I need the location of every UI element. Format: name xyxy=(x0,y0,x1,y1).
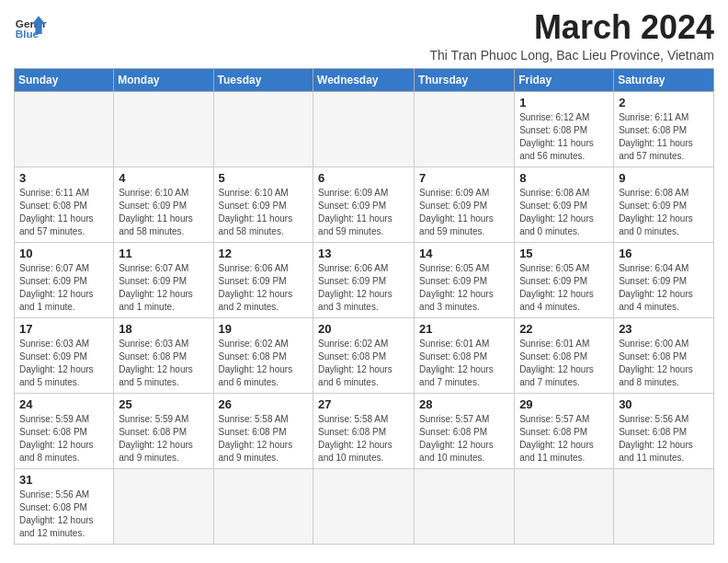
calendar-cell xyxy=(313,468,415,544)
calendar-cell xyxy=(114,91,213,167)
day-info: Sunrise: 6:05 AM Sunset: 6:09 PM Dayligh… xyxy=(519,262,609,314)
day-number: 13 xyxy=(318,247,409,260)
day-number: 5 xyxy=(219,171,309,185)
day-number: 18 xyxy=(119,322,208,336)
day-number: 6 xyxy=(318,171,409,185)
day-header-friday: Friday xyxy=(515,68,614,91)
day-number: 3 xyxy=(19,171,108,185)
day-number: 28 xyxy=(419,397,509,411)
calendar-cell: 30Sunrise: 5:56 AM Sunset: 6:08 PM Dayli… xyxy=(614,393,714,468)
calendar-cell: 24Sunrise: 5:59 AM Sunset: 6:08 PM Dayli… xyxy=(15,393,114,468)
calendar-week-row: 17Sunrise: 6:03 AM Sunset: 6:09 PM Dayli… xyxy=(15,317,714,393)
day-info: Sunrise: 5:56 AM Sunset: 6:08 PM Dayligh… xyxy=(19,488,108,540)
calendar-cell: 3Sunrise: 6:11 AM Sunset: 6:08 PM Daylig… xyxy=(15,167,114,242)
day-number: 17 xyxy=(19,322,108,336)
title-area: March 2024 Thi Tran Phuoc Long, Bac Lieu… xyxy=(430,9,714,63)
calendar-cell: 19Sunrise: 6:02 AM Sunset: 6:08 PM Dayli… xyxy=(213,317,313,393)
calendar-cell: 29Sunrise: 5:57 AM Sunset: 6:08 PM Dayli… xyxy=(515,393,614,468)
calendar-cell: 6Sunrise: 6:09 AM Sunset: 6:09 PM Daylig… xyxy=(313,167,415,242)
calendar-cell: 20Sunrise: 6:02 AM Sunset: 6:08 PM Dayli… xyxy=(313,317,415,393)
day-number: 9 xyxy=(619,171,709,185)
day-info: Sunrise: 5:58 AM Sunset: 6:08 PM Dayligh… xyxy=(219,413,309,465)
calendar-cell: 21Sunrise: 6:01 AM Sunset: 6:08 PM Dayli… xyxy=(415,317,515,393)
calendar-cell: 2Sunrise: 6:11 AM Sunset: 6:08 PM Daylig… xyxy=(614,91,714,167)
day-info: Sunrise: 6:01 AM Sunset: 6:08 PM Dayligh… xyxy=(419,338,509,389)
day-number: 7 xyxy=(419,171,509,185)
calendar-cell xyxy=(415,91,515,167)
calendar-week-row: 10Sunrise: 6:07 AM Sunset: 6:09 PM Dayli… xyxy=(15,242,714,317)
day-info: Sunrise: 6:11 AM Sunset: 6:08 PM Dayligh… xyxy=(19,187,108,238)
logo-icon: General Blue xyxy=(14,9,47,42)
day-info: Sunrise: 6:09 AM Sunset: 6:09 PM Dayligh… xyxy=(318,187,409,238)
day-info: Sunrise: 6:08 AM Sunset: 6:09 PM Dayligh… xyxy=(619,187,709,238)
month-title: March 2024 xyxy=(430,9,714,46)
day-number: 22 xyxy=(519,322,609,336)
day-number: 24 xyxy=(19,397,108,411)
calendar-cell: 11Sunrise: 6:07 AM Sunset: 6:09 PM Dayli… xyxy=(114,242,213,317)
calendar-cell xyxy=(415,468,515,544)
calendar-cell: 28Sunrise: 5:57 AM Sunset: 6:08 PM Dayli… xyxy=(415,393,515,468)
calendar-cell xyxy=(213,468,313,544)
day-info: Sunrise: 6:04 AM Sunset: 6:09 PM Dayligh… xyxy=(619,262,709,314)
calendar-cell: 25Sunrise: 5:59 AM Sunset: 6:08 PM Dayli… xyxy=(114,393,213,468)
calendar-cell: 9Sunrise: 6:08 AM Sunset: 6:09 PM Daylig… xyxy=(614,167,714,242)
day-number: 1 xyxy=(519,96,609,109)
calendar-header-row: SundayMondayTuesdayWednesdayThursdayFrid… xyxy=(15,68,714,91)
calendar-cell: 26Sunrise: 5:58 AM Sunset: 6:08 PM Dayli… xyxy=(213,393,313,468)
day-number: 25 xyxy=(119,397,208,411)
calendar-cell: 13Sunrise: 6:06 AM Sunset: 6:09 PM Dayli… xyxy=(313,242,415,317)
day-info: Sunrise: 5:59 AM Sunset: 6:08 PM Dayligh… xyxy=(119,413,208,465)
day-info: Sunrise: 6:03 AM Sunset: 6:09 PM Dayligh… xyxy=(19,338,108,389)
day-info: Sunrise: 6:06 AM Sunset: 6:09 PM Dayligh… xyxy=(318,262,409,314)
day-info: Sunrise: 6:02 AM Sunset: 6:08 PM Dayligh… xyxy=(219,338,309,389)
day-info: Sunrise: 6:06 AM Sunset: 6:09 PM Dayligh… xyxy=(219,262,309,314)
day-info: Sunrise: 6:00 AM Sunset: 6:08 PM Dayligh… xyxy=(619,338,709,389)
calendar-cell xyxy=(114,468,213,544)
calendar-cell: 7Sunrise: 6:09 AM Sunset: 6:09 PM Daylig… xyxy=(415,167,515,242)
day-info: Sunrise: 6:10 AM Sunset: 6:09 PM Dayligh… xyxy=(219,187,309,238)
calendar-week-row: 24Sunrise: 5:59 AM Sunset: 6:08 PM Dayli… xyxy=(15,393,714,468)
day-info: Sunrise: 6:08 AM Sunset: 6:09 PM Dayligh… xyxy=(519,187,609,238)
calendar-cell xyxy=(515,468,614,544)
day-info: Sunrise: 6:10 AM Sunset: 6:09 PM Dayligh… xyxy=(119,187,208,238)
calendar-cell xyxy=(313,91,415,167)
day-number: 14 xyxy=(419,247,509,260)
calendar-cell: 1Sunrise: 6:12 AM Sunset: 6:08 PM Daylig… xyxy=(515,91,614,167)
calendar-cell: 15Sunrise: 6:05 AM Sunset: 6:09 PM Dayli… xyxy=(515,242,614,317)
calendar-cell: 17Sunrise: 6:03 AM Sunset: 6:09 PM Dayli… xyxy=(15,317,114,393)
calendar-week-row: 1Sunrise: 6:12 AM Sunset: 6:08 PM Daylig… xyxy=(15,91,714,167)
calendar-week-row: 31Sunrise: 5:56 AM Sunset: 6:08 PM Dayli… xyxy=(15,468,714,544)
day-number: 10 xyxy=(19,247,108,260)
day-number: 15 xyxy=(519,247,609,260)
day-info: Sunrise: 5:58 AM Sunset: 6:08 PM Dayligh… xyxy=(318,413,409,465)
header: General Blue March 2024 Thi Tran Phuoc L… xyxy=(14,9,714,63)
calendar-table: SundayMondayTuesdayWednesdayThursdayFrid… xyxy=(14,68,714,545)
day-number: 30 xyxy=(619,397,709,411)
day-info: Sunrise: 5:57 AM Sunset: 6:08 PM Dayligh… xyxy=(419,413,509,465)
day-info: Sunrise: 6:02 AM Sunset: 6:08 PM Dayligh… xyxy=(318,338,409,389)
day-header-sunday: Sunday xyxy=(15,68,114,91)
day-info: Sunrise: 6:09 AM Sunset: 6:09 PM Dayligh… xyxy=(419,187,509,238)
calendar-cell: 4Sunrise: 6:10 AM Sunset: 6:09 PM Daylig… xyxy=(114,167,213,242)
calendar-cell xyxy=(213,91,313,167)
day-number: 27 xyxy=(318,397,409,411)
calendar-week-row: 3Sunrise: 6:11 AM Sunset: 6:08 PM Daylig… xyxy=(15,167,714,242)
day-number: 29 xyxy=(519,397,609,411)
calendar-cell: 10Sunrise: 6:07 AM Sunset: 6:09 PM Dayli… xyxy=(15,242,114,317)
calendar-cell xyxy=(15,91,114,167)
calendar-cell: 14Sunrise: 6:05 AM Sunset: 6:09 PM Dayli… xyxy=(415,242,515,317)
day-number: 21 xyxy=(419,322,509,336)
day-header-monday: Monday xyxy=(114,68,213,91)
subtitle: Thi Tran Phuoc Long, Bac Lieu Province, … xyxy=(430,48,714,63)
day-info: Sunrise: 5:59 AM Sunset: 6:08 PM Dayligh… xyxy=(19,413,108,465)
calendar-cell: 27Sunrise: 5:58 AM Sunset: 6:08 PM Dayli… xyxy=(313,393,415,468)
calendar-cell: 16Sunrise: 6:04 AM Sunset: 6:09 PM Dayli… xyxy=(614,242,714,317)
calendar-cell: 31Sunrise: 5:56 AM Sunset: 6:08 PM Dayli… xyxy=(15,468,114,544)
day-number: 11 xyxy=(119,247,208,260)
day-info: Sunrise: 6:12 AM Sunset: 6:08 PM Dayligh… xyxy=(519,111,609,163)
day-info: Sunrise: 5:56 AM Sunset: 6:08 PM Dayligh… xyxy=(619,413,709,465)
day-header-thursday: Thursday xyxy=(415,68,515,91)
day-number: 23 xyxy=(619,322,709,336)
day-number: 4 xyxy=(119,171,208,185)
calendar-cell: 12Sunrise: 6:06 AM Sunset: 6:09 PM Dayli… xyxy=(213,242,313,317)
